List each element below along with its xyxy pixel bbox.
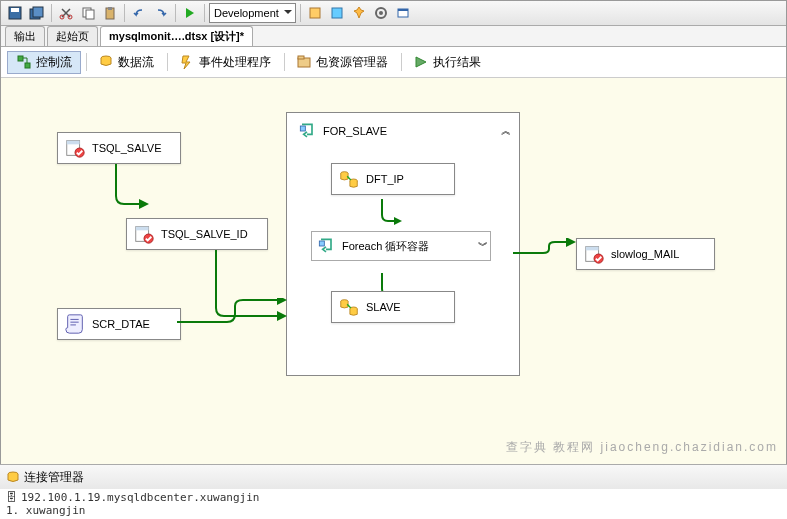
arrow-tsql-to-tsqlid — [111, 164, 151, 220]
svg-rect-10 — [310, 8, 320, 18]
connection-manager-label: 连接管理器 — [24, 469, 84, 486]
control-flow-label: 控制流 — [36, 54, 72, 71]
tab-package-explorer[interactable]: 包资源管理器 — [288, 52, 396, 73]
paste-button[interactable] — [100, 3, 120, 23]
svg-rect-17 — [25, 63, 30, 68]
settings-button[interactable] — [371, 3, 391, 23]
tab-execution-results[interactable]: 执行结果 — [405, 52, 489, 73]
node-label: SLAVE — [366, 301, 401, 313]
node-slowlog-mail[interactable]: slowlog_MAIL — [576, 238, 715, 270]
file-tabbar: 输出 起始页 mysqlmonit….dtsx [设计]* — [1, 26, 786, 47]
svg-rect-15 — [398, 9, 408, 11]
db-icon: 🗄 — [6, 491, 17, 504]
event-handlers-icon — [179, 54, 195, 70]
designer-tabs: 控制流 数据流 事件处理程序 包资源管理器 执行结果 — [1, 47, 786, 78]
tab-output[interactable]: 输出 — [5, 26, 45, 46]
node-tsql-slave-id[interactable]: TSQL_SALVE_ID — [126, 218, 268, 250]
connection-list[interactable]: 🗄192.100.1.19.mysqldbcenter.xuwangjin 1.… — [0, 489, 787, 519]
save-all-button[interactable] — [27, 3, 47, 23]
node-slave[interactable]: SLAVE — [331, 291, 455, 323]
node-label: DFT_IP — [366, 173, 404, 185]
foreach-label: Foreach 循环容器 — [342, 239, 472, 254]
connection-item: 192.100.1.19.mysqldbcenter.xuwangjin — [21, 491, 259, 504]
save-button[interactable] — [5, 3, 25, 23]
container-foreach[interactable]: Foreach 循环容器 ︾ — [311, 231, 491, 261]
svg-point-13 — [379, 11, 383, 15]
sql-task-icon — [583, 243, 605, 265]
execution-results-label: 执行结果 — [433, 54, 481, 71]
cut-button[interactable] — [56, 3, 76, 23]
main-toolbar: Development — [1, 1, 786, 26]
connection-item: 1. xuwangjin — [6, 504, 781, 517]
script-task-icon — [64, 313, 86, 335]
foreach-loop-icon — [316, 236, 336, 256]
node-tsql-slave[interactable]: TSQL_SALVE — [57, 132, 181, 164]
svg-rect-27 — [300, 126, 305, 131]
svg-rect-9 — [108, 7, 112, 10]
control-flow-icon — [16, 54, 32, 70]
data-flow-label: 数据流 — [118, 54, 154, 71]
config-dropdown[interactable]: Development — [209, 3, 296, 23]
node-label: TSQL_SALVE — [92, 142, 162, 154]
data-flow-task-icon — [338, 168, 360, 190]
node-label: slowlog_MAIL — [611, 248, 679, 260]
connection-manager-header[interactable]: 连接管理器 — [0, 465, 787, 489]
container-header: FOR_SLAVE ︽ — [293, 119, 513, 143]
redo-button[interactable] — [151, 3, 171, 23]
container-for-slave[interactable]: FOR_SLAVE ︽ DFT_IP Foreach 循环容器 ︾ SLAVE — [286, 112, 520, 376]
tab-active-file[interactable]: mysqlmonit….dtsx [设计]* — [100, 26, 253, 46]
connection-icon — [6, 470, 20, 484]
svg-rect-30 — [319, 241, 324, 246]
svg-rect-16 — [18, 56, 23, 61]
svg-rect-22 — [67, 141, 80, 145]
play-button[interactable] — [180, 3, 200, 23]
arrow-container-to-mail — [513, 238, 578, 258]
node-scr-dtae[interactable]: SCR_DTAE — [57, 308, 181, 340]
arrow-scr-to-container — [177, 298, 289, 328]
expand-icon[interactable]: ︾ — [478, 239, 486, 253]
svg-rect-7 — [86, 10, 94, 19]
arrow-tsqlid-to-container — [211, 250, 289, 330]
collapse-icon[interactable]: ︽ — [501, 124, 509, 138]
svg-rect-11 — [332, 8, 342, 18]
sql-task-icon — [64, 137, 86, 159]
package-explorer-label: 包资源管理器 — [316, 54, 388, 71]
svg-rect-3 — [33, 7, 43, 17]
package-explorer-icon — [296, 54, 312, 70]
node-label: SCR_DTAE — [92, 318, 150, 330]
tab-control-flow[interactable]: 控制流 — [7, 51, 81, 74]
copy-button[interactable] — [78, 3, 98, 23]
execution-results-icon — [413, 54, 429, 70]
svg-rect-1 — [11, 8, 19, 12]
design-canvas[interactable]: TSQL_SALVE TSQL_SALVE_ID SCR_DTAE FOR_SL… — [1, 78, 786, 478]
config-label: Development — [214, 7, 279, 19]
container-label: FOR_SLAVE — [323, 125, 387, 137]
svg-rect-34 — [586, 247, 599, 251]
tab-data-flow[interactable]: 数据流 — [90, 52, 162, 73]
svg-rect-25 — [136, 227, 149, 231]
event-handlers-label: 事件处理程序 — [199, 54, 271, 71]
node-dft-ip[interactable]: DFT_IP — [331, 163, 455, 195]
tool2-button[interactable] — [327, 3, 347, 23]
data-flow-icon — [98, 54, 114, 70]
undo-button[interactable] — [129, 3, 149, 23]
tab-event-handlers[interactable]: 事件处理程序 — [171, 52, 279, 73]
node-label: TSQL_SALVE_ID — [161, 228, 248, 240]
svg-rect-20 — [298, 56, 304, 59]
for-loop-icon — [297, 121, 317, 141]
tool1-button[interactable] — [305, 3, 325, 23]
window-button[interactable] — [393, 3, 413, 23]
data-flow-task-icon — [338, 296, 360, 318]
tools-button[interactable] — [349, 3, 369, 23]
connection-manager-panel: 连接管理器 🗄192.100.1.19.mysqldbcenter.xuwang… — [0, 464, 787, 519]
sql-task-icon — [133, 223, 155, 245]
tab-start-page[interactable]: 起始页 — [47, 26, 98, 46]
watermark: 查字典 教程网 jiaocheng.chazidian.com — [506, 439, 778, 456]
